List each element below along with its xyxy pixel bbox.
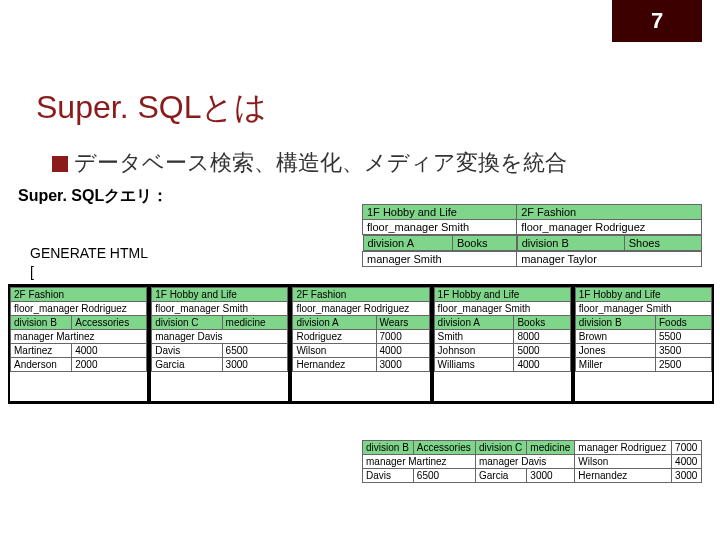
strip-col: 1F Hobby and Life floor_manager Smith di…: [151, 287, 288, 401]
cell: 7000: [376, 330, 429, 344]
cell: 4000: [514, 358, 570, 372]
cell: Wears: [376, 316, 429, 330]
topbar: 7: [0, 0, 720, 42]
cell: 4000: [376, 344, 429, 358]
cell: 1F Hobby and Life: [434, 288, 570, 302]
cell: floor_manager Smith: [575, 302, 711, 316]
cell: 6500: [222, 344, 288, 358]
cell: Accessories: [72, 316, 147, 330]
cell: Accessories: [413, 441, 475, 455]
cell: floor_manager Smith: [152, 302, 288, 316]
cell: Garcia: [475, 469, 526, 483]
cell: medicine: [527, 441, 575, 455]
cell: Hernandez: [575, 469, 672, 483]
cell: Williams: [434, 358, 514, 372]
preview-strip: 2F Fashion floor_manager Rodriguez divis…: [8, 284, 714, 404]
cell: division C: [475, 441, 526, 455]
strip-col: 2F Fashion floor_manager Rodriguez divis…: [10, 287, 147, 401]
cell: Jones: [575, 344, 655, 358]
cell: 2F Fashion: [11, 288, 147, 302]
strip-col: 1F Hobby and Life floor_manager Smith di…: [434, 287, 571, 401]
cell: Shoes: [624, 236, 701, 251]
cell: 5500: [655, 330, 711, 344]
cell: 3000: [527, 469, 575, 483]
cell: Martinez: [11, 344, 72, 358]
bullet-icon: [52, 156, 68, 172]
cell: 6500: [413, 469, 475, 483]
slide-title: Super. SQLとは: [36, 86, 267, 130]
cell: manager Rodriguez: [575, 441, 672, 455]
cell: 2F Fashion: [293, 288, 429, 302]
cell: 3000: [672, 469, 702, 483]
cell: Rodriguez: [293, 330, 376, 344]
cell: division B: [11, 316, 72, 330]
cell: Johnson: [434, 344, 514, 358]
cell: Davis: [363, 469, 414, 483]
cell: 4000: [672, 455, 702, 469]
cell: Anderson: [11, 358, 72, 372]
cell: 2000: [72, 358, 147, 372]
cell: floor_manager Rodriguez: [11, 302, 147, 316]
cell: Wilson: [575, 455, 672, 469]
cell: Miller: [575, 358, 655, 372]
preview-top-right: 1F Hobby and Life2F Fashion floor_manage…: [362, 204, 702, 267]
cell: floor_manager Smith: [434, 302, 570, 316]
cell: manager Davis: [475, 455, 574, 469]
strip-col: 2F Fashion floor_manager Rodriguez divis…: [292, 287, 429, 401]
cell: Books: [514, 316, 570, 330]
cell: 3000: [376, 358, 429, 372]
cell: Foods: [655, 316, 711, 330]
cell: 1F Hobby and Life: [363, 205, 517, 220]
cell: manager Martinez: [11, 330, 147, 344]
cell: 3500: [655, 344, 711, 358]
cell: division B: [363, 441, 414, 455]
cell: manager Martinez: [363, 455, 476, 469]
cell: 2F Fashion: [517, 205, 702, 220]
cell: 7000: [672, 441, 702, 455]
cell: division A: [363, 236, 452, 251]
cell: medicine: [222, 316, 288, 330]
cell: Garcia: [152, 358, 222, 372]
query-label: Super. SQLクエリ：: [18, 186, 168, 207]
cell: division C: [152, 316, 222, 330]
cell: 1F Hobby and Life: [152, 288, 288, 302]
cell: Wilson: [293, 344, 376, 358]
cell: division A: [293, 316, 376, 330]
cell: manager Davis: [152, 330, 288, 344]
bullet-line: データベース検索、構造化、メディア変換を統合: [52, 148, 567, 178]
cell: floor_manager Rodriguez: [293, 302, 429, 316]
cell: 8000: [514, 330, 570, 344]
cell: division A: [434, 316, 514, 330]
cell: manager Smith: [363, 252, 517, 267]
cell: 2500: [655, 358, 711, 372]
cell: 3000: [222, 358, 288, 372]
cell: Brown: [575, 330, 655, 344]
slide: 7 Super. SQLとは データベース検索、構造化、メディア変換を統合 Su…: [0, 0, 720, 540]
cell: Books: [452, 236, 516, 251]
cell: 1F Hobby and Life: [575, 288, 711, 302]
page-number: 7: [612, 0, 702, 42]
cell: Davis: [152, 344, 222, 358]
strip-col: 1F Hobby and Life floor_manager Smith di…: [575, 287, 712, 401]
bullet-text: データベース検索、構造化、メディア変換を統合: [74, 150, 567, 175]
cell: floor_manager Rodriguez: [517, 220, 702, 235]
cell: 4000: [72, 344, 147, 358]
cell: 5000: [514, 344, 570, 358]
cell: Smith: [434, 330, 514, 344]
cell: division B: [575, 316, 655, 330]
cell: manager Taylor: [517, 252, 702, 267]
preview-bottom-right: division BAccessories division Cmedicine…: [362, 440, 702, 483]
cell: division B: [517, 236, 624, 251]
cell: floor_manager Smith: [363, 220, 517, 235]
cell: Hernandez: [293, 358, 376, 372]
